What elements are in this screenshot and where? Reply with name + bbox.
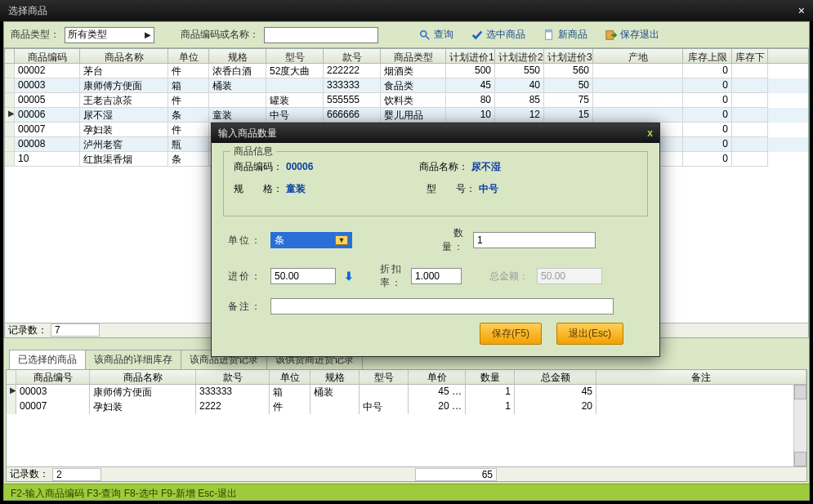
dropdown-icon: ▼ xyxy=(335,235,348,245)
unit-combo[interactable]: 条 ▼ xyxy=(270,232,352,248)
dialog-title: 输入商品数量 xyxy=(218,127,277,140)
table-row[interactable]: ▶00006尿不湿条童装中号666666婴儿用品1012150 xyxy=(5,108,808,123)
selected-grid: 商品编号 商品名称 款号 单位 规格 型号 单价 数量 总金额 备注 ▶0000… xyxy=(6,369,807,482)
search-input[interactable] xyxy=(264,27,378,43)
exit-button[interactable]: 退出(Esc) xyxy=(556,323,623,345)
table-row[interactable]: 00005王老吉凉茶件罐装555555饮料类8085750 xyxy=(5,93,808,108)
info-spec: 童装 xyxy=(286,183,306,194)
svg-point-0 xyxy=(421,30,427,36)
select-product-button[interactable]: 选中商品 xyxy=(465,26,532,43)
toolbar: 商品类型： 所有类型 ▶ 商品编码或名称： 查询 选中商品 新商品 xyxy=(4,22,809,48)
table-row[interactable]: ▶00003康师傅方便面333333箱桶装45 …145 xyxy=(7,385,806,399)
table-row[interactable]: 00003康师傅方便面箱桶装333333食品类4540500 xyxy=(5,78,808,93)
save-button[interactable]: 保存(F5) xyxy=(480,323,542,345)
save-exit-button[interactable]: 保存退出 xyxy=(599,26,666,43)
query-button[interactable]: 查询 xyxy=(413,26,460,43)
window-close-button[interactable]: × xyxy=(798,4,805,17)
search-icon xyxy=(419,29,431,41)
info-code: 00006 xyxy=(286,161,313,172)
svg-line-1 xyxy=(426,35,429,38)
chevron-right-icon: ▶ xyxy=(145,30,151,39)
discount-input[interactable] xyxy=(411,268,462,284)
table-row[interactable]: 00002茅台件浓香白酒52度大曲222222烟酒类5005505600 xyxy=(5,64,808,78)
document-icon xyxy=(543,29,555,41)
type-combo[interactable]: 所有类型 ▶ xyxy=(65,27,154,43)
check-icon xyxy=(471,29,483,41)
info-model: 中号 xyxy=(479,183,498,194)
svg-rect-3 xyxy=(546,29,552,32)
total-field xyxy=(537,268,602,284)
arrow-down-icon[interactable]: ⬇ xyxy=(344,270,354,283)
lower-record-count: 2 xyxy=(52,468,101,481)
fieldset-legend: 商品信息 xyxy=(230,145,276,158)
scrollbar[interactable] xyxy=(793,385,806,466)
qty-input[interactable] xyxy=(473,232,596,248)
grid-header: 商品编码 商品名称 单位 规格 型号 款号 商品类型 计划进价1 计划进价2 计… xyxy=(5,49,808,64)
code-label: 商品编码或名称： xyxy=(181,28,259,42)
info-name: 尿不湿 xyxy=(471,161,501,172)
status-bar: F2-输入商品编码 F3-查询 F8-选中 F9-新增 Esc-退出 xyxy=(4,484,809,500)
quantity-dialog: 输入商品数量 x 商品信息 商品编码：00006 商品名称：尿不湿 规 格：童装… xyxy=(211,123,660,357)
tab-selected-products[interactable]: 已选择的商品 xyxy=(9,350,86,369)
table-row[interactable]: 00007孕妇装2222件中号20 …120 xyxy=(7,399,806,414)
type-label: 商品类型： xyxy=(11,28,60,42)
remark-input[interactable] xyxy=(270,298,614,314)
dialog-close-button[interactable]: x xyxy=(647,127,653,139)
lower-total: 65 xyxy=(415,468,497,481)
price-input[interactable] xyxy=(270,268,336,284)
record-count: 7 xyxy=(51,323,100,337)
save-exit-icon xyxy=(605,29,617,41)
window-title: 选择商品 xyxy=(8,4,47,18)
tab-product-stock[interactable]: 该商品的详细库存 xyxy=(85,350,181,369)
new-product-button[interactable]: 新商品 xyxy=(537,26,594,43)
type-combo-value: 所有类型 xyxy=(68,28,107,42)
